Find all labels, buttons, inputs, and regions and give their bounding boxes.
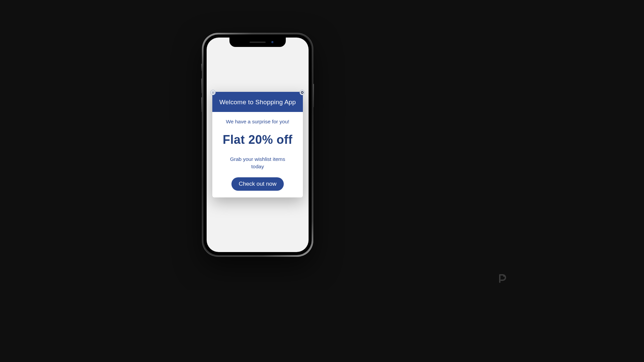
promo-modal: Welcome to Shopping App We have a surpri… (212, 92, 303, 197)
modal-title: Welcome to Shopping App (212, 92, 303, 112)
promo-card: Welcome to Shopping App We have a surpri… (212, 92, 303, 197)
modal-subtitle: We have a surprise for you! (217, 119, 298, 125)
phone-screen: Welcome to Shopping App We have a surpri… (207, 38, 309, 252)
modal-description: Grab your wishlist items today (227, 156, 288, 170)
modal-headline: Flat 20% off (217, 133, 298, 147)
menu-icon[interactable] (210, 90, 216, 95)
front-camera (271, 41, 274, 44)
checkout-button[interactable]: Check out now (231, 177, 284, 191)
close-icon[interactable] (300, 90, 305, 95)
svg-point-6 (503, 275, 505, 277)
modal-body: We have a surprise for you! Flat 20% off… (212, 112, 303, 197)
phone-mockup: Welcome to Shopping App We have a surpri… (202, 33, 313, 257)
watermark-logo (496, 273, 508, 284)
phone-notch (229, 38, 286, 47)
speaker-grille (250, 42, 266, 43)
